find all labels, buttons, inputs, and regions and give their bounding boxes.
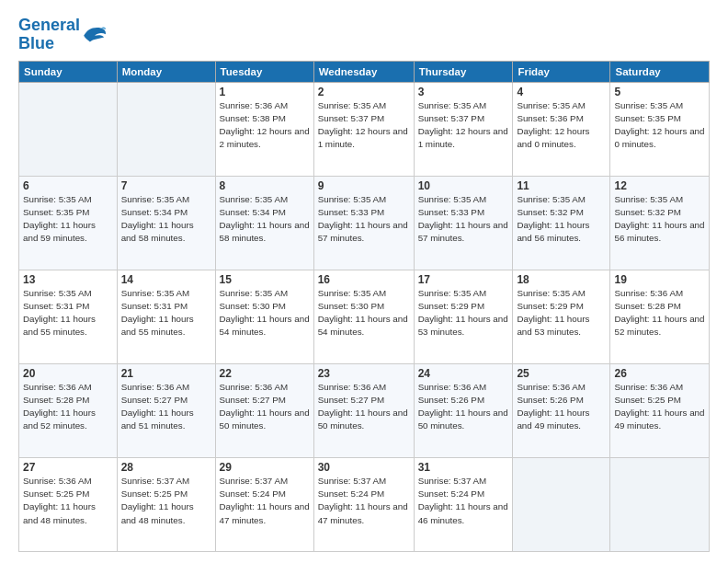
calendar-cell	[610, 457, 710, 551]
logo: GeneralBlue	[18, 17, 108, 53]
calendar-week-1: 1Sunrise: 5:36 AMSunset: 5:38 PMDaylight…	[19, 82, 710, 176]
calendar-cell: 5Sunrise: 5:35 AMSunset: 5:35 PMDaylight…	[610, 82, 710, 176]
day-number: 19	[614, 273, 705, 286]
day-number: 3	[418, 86, 509, 98]
day-number: 30	[318, 461, 410, 474]
day-detail: Sunrise: 5:36 AMSunset: 5:27 PMDaylight:…	[220, 381, 310, 433]
calendar-cell: 20Sunrise: 5:36 AMSunset: 5:28 PMDayligh…	[19, 363, 118, 457]
day-detail: Sunrise: 5:35 AMSunset: 5:35 PMDaylight:…	[23, 193, 113, 246]
calendar-week-5: 27Sunrise: 5:36 AMSunset: 5:25 PMDayligh…	[19, 457, 710, 551]
day-detail: Sunrise: 5:37 AMSunset: 5:24 PMDaylight:…	[418, 475, 509, 527]
day-detail: Sunrise: 5:37 AMSunset: 5:25 PMDaylight:…	[121, 475, 211, 527]
day-number: 9	[318, 179, 410, 192]
calendar-cell	[513, 457, 610, 551]
day-number: 16	[318, 273, 410, 286]
calendar-cell: 29Sunrise: 5:37 AMSunset: 5:24 PMDayligh…	[215, 457, 313, 551]
calendar-cell: 2Sunrise: 5:35 AMSunset: 5:37 PMDaylight…	[313, 82, 414, 176]
calendar-cell: 28Sunrise: 5:37 AMSunset: 5:25 PMDayligh…	[117, 457, 215, 551]
calendar-cell: 11Sunrise: 5:35 AMSunset: 5:32 PMDayligh…	[513, 176, 610, 270]
calendar-week-4: 20Sunrise: 5:36 AMSunset: 5:28 PMDayligh…	[19, 363, 710, 457]
calendar-cell: 6Sunrise: 5:35 AMSunset: 5:35 PMDaylight…	[19, 176, 118, 270]
calendar-page: GeneralBlue SundayMondayTuesdayWednesday…	[0, 0, 728, 563]
day-detail: Sunrise: 5:36 AMSunset: 5:25 PMDaylight:…	[23, 475, 113, 527]
day-number: 4	[517, 86, 606, 98]
logo-bird-icon	[82, 25, 108, 45]
day-number: 6	[23, 179, 113, 192]
calendar-week-2: 6Sunrise: 5:35 AMSunset: 5:35 PMDaylight…	[19, 176, 710, 270]
day-number: 22	[220, 367, 310, 380]
day-number: 23	[318, 367, 410, 380]
weekday-header-saturday: Saturday	[610, 61, 710, 82]
weekday-header-tuesday: Tuesday	[215, 61, 313, 82]
day-detail: Sunrise: 5:35 AMSunset: 5:31 PMDaylight:…	[121, 287, 211, 339]
calendar-cell: 10Sunrise: 5:35 AMSunset: 5:33 PMDayligh…	[414, 176, 513, 270]
day-number: 13	[23, 273, 113, 286]
day-number: 24	[418, 367, 509, 380]
day-detail: Sunrise: 5:35 AMSunset: 5:30 PMDaylight:…	[318, 287, 410, 339]
weekday-header-thursday: Thursday	[414, 61, 513, 82]
weekday-header-friday: Friday	[513, 61, 610, 82]
day-number: 2	[318, 86, 410, 98]
day-number: 29	[220, 461, 310, 474]
weekday-header-monday: Monday	[117, 61, 215, 82]
header: GeneralBlue	[18, 17, 710, 53]
day-number: 26	[614, 367, 705, 380]
day-detail: Sunrise: 5:36 AMSunset: 5:26 PMDaylight:…	[517, 381, 606, 433]
day-number: 21	[121, 367, 211, 380]
calendar-cell: 7Sunrise: 5:35 AMSunset: 5:34 PMDaylight…	[117, 176, 215, 270]
calendar-cell	[19, 82, 118, 176]
day-detail: Sunrise: 5:35 AMSunset: 5:29 PMDaylight:…	[517, 287, 606, 339]
day-number: 27	[23, 461, 113, 474]
calendar-header-row: SundayMondayTuesdayWednesdayThursdayFrid…	[19, 61, 710, 82]
calendar-cell: 24Sunrise: 5:36 AMSunset: 5:26 PMDayligh…	[414, 363, 513, 457]
day-detail: Sunrise: 5:35 AMSunset: 5:37 PMDaylight:…	[418, 99, 509, 152]
calendar-cell: 8Sunrise: 5:35 AMSunset: 5:34 PMDaylight…	[215, 176, 313, 270]
day-detail: Sunrise: 5:36 AMSunset: 5:27 PMDaylight:…	[121, 381, 211, 433]
day-detail: Sunrise: 5:35 AMSunset: 5:33 PMDaylight:…	[418, 193, 509, 246]
day-detail: Sunrise: 5:35 AMSunset: 5:36 PMDaylight:…	[517, 99, 606, 152]
day-detail: Sunrise: 5:36 AMSunset: 5:38 PMDaylight:…	[220, 99, 310, 152]
calendar-cell: 27Sunrise: 5:36 AMSunset: 5:25 PMDayligh…	[19, 457, 118, 551]
day-number: 28	[121, 461, 211, 474]
calendar-cell: 30Sunrise: 5:37 AMSunset: 5:24 PMDayligh…	[313, 457, 414, 551]
day-number: 10	[418, 179, 509, 192]
calendar-cell: 26Sunrise: 5:36 AMSunset: 5:25 PMDayligh…	[610, 363, 710, 457]
day-detail: Sunrise: 5:35 AMSunset: 5:34 PMDaylight:…	[220, 193, 310, 246]
day-detail: Sunrise: 5:35 AMSunset: 5:33 PMDaylight:…	[318, 193, 410, 246]
day-number: 15	[220, 273, 310, 286]
day-detail: Sunrise: 5:35 AMSunset: 5:35 PMDaylight:…	[614, 99, 705, 152]
calendar-cell: 9Sunrise: 5:35 AMSunset: 5:33 PMDaylight…	[313, 176, 414, 270]
day-number: 12	[614, 179, 705, 192]
day-detail: Sunrise: 5:35 AMSunset: 5:34 PMDaylight:…	[121, 193, 211, 246]
day-detail: Sunrise: 5:36 AMSunset: 5:27 PMDaylight:…	[318, 381, 410, 433]
day-detail: Sunrise: 5:36 AMSunset: 5:28 PMDaylight:…	[23, 381, 113, 433]
calendar-cell: 19Sunrise: 5:36 AMSunset: 5:28 PMDayligh…	[610, 270, 710, 363]
calendar-cell: 15Sunrise: 5:35 AMSunset: 5:30 PMDayligh…	[215, 270, 313, 363]
calendar-cell: 22Sunrise: 5:36 AMSunset: 5:27 PMDayligh…	[215, 363, 313, 457]
calendar-cell: 21Sunrise: 5:36 AMSunset: 5:27 PMDayligh…	[117, 363, 215, 457]
calendar-cell: 14Sunrise: 5:35 AMSunset: 5:31 PMDayligh…	[117, 270, 215, 363]
calendar-cell: 25Sunrise: 5:36 AMSunset: 5:26 PMDayligh…	[513, 363, 610, 457]
calendar-cell: 17Sunrise: 5:35 AMSunset: 5:29 PMDayligh…	[414, 270, 513, 363]
calendar-cell: 3Sunrise: 5:35 AMSunset: 5:37 PMDaylight…	[414, 82, 513, 176]
day-detail: Sunrise: 5:37 AMSunset: 5:24 PMDaylight:…	[318, 475, 410, 527]
day-number: 8	[220, 179, 310, 192]
day-number: 1	[220, 86, 310, 98]
day-number: 14	[121, 273, 211, 286]
day-number: 18	[517, 273, 606, 286]
day-number: 11	[517, 179, 606, 192]
day-detail: Sunrise: 5:35 AMSunset: 5:31 PMDaylight:…	[23, 287, 113, 339]
calendar-week-3: 13Sunrise: 5:35 AMSunset: 5:31 PMDayligh…	[19, 270, 710, 363]
calendar-cell: 31Sunrise: 5:37 AMSunset: 5:24 PMDayligh…	[414, 457, 513, 551]
day-detail: Sunrise: 5:36 AMSunset: 5:26 PMDaylight:…	[418, 381, 509, 433]
calendar-cell	[117, 82, 215, 176]
day-detail: Sunrise: 5:35 AMSunset: 5:32 PMDaylight:…	[614, 193, 705, 246]
day-detail: Sunrise: 5:36 AMSunset: 5:25 PMDaylight:…	[614, 381, 705, 433]
calendar-cell: 12Sunrise: 5:35 AMSunset: 5:32 PMDayligh…	[610, 176, 710, 270]
day-number: 5	[614, 86, 705, 98]
day-detail: Sunrise: 5:35 AMSunset: 5:30 PMDaylight:…	[220, 287, 310, 339]
calendar-cell: 18Sunrise: 5:35 AMSunset: 5:29 PMDayligh…	[513, 270, 610, 363]
calendar-cell: 1Sunrise: 5:36 AMSunset: 5:38 PMDaylight…	[215, 82, 313, 176]
day-number: 17	[418, 273, 509, 286]
day-number: 20	[23, 367, 113, 380]
